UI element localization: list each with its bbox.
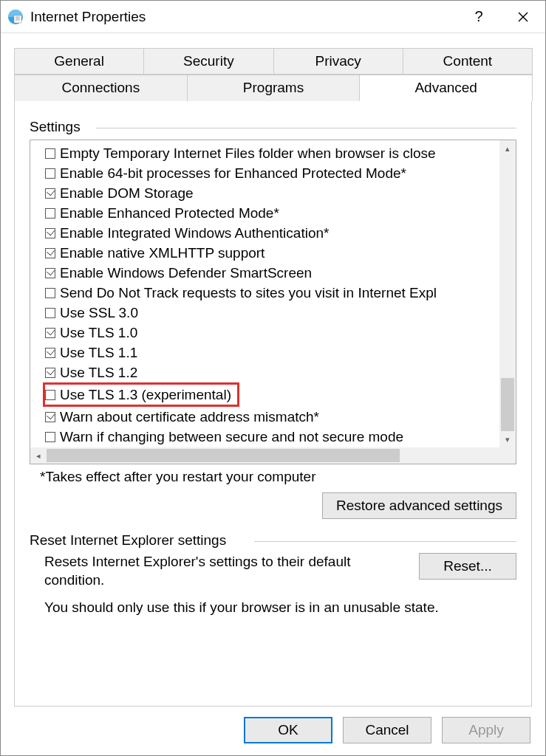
setting-label: Enable native XMLHTTP support (60, 243, 265, 263)
setting-item[interactable]: Warn if changing between secure and not … (45, 427, 516, 447)
setting-item[interactable]: Enable Integrated Windows Authentication… (45, 223, 516, 243)
reset-row: Resets Internet Explorer's settings to t… (30, 553, 516, 589)
reset-button[interactable]: Reset... (419, 553, 516, 580)
svg-rect-1 (14, 16, 21, 23)
setting-label: Enable 64-bit processes for Enhanced Pro… (60, 163, 406, 183)
reset-warning: You should only use this if your browser… (30, 599, 516, 616)
scroll-corner (499, 447, 516, 464)
setting-label: Warn if changing between secure and not … (60, 427, 403, 447)
setting-checkbox[interactable] (45, 168, 55, 179)
setting-checkbox[interactable] (45, 228, 55, 238)
setting-checkbox[interactable] (45, 148, 55, 159)
setting-label: Use TLS 1.0 (60, 323, 137, 343)
setting-checkbox[interactable] (45, 208, 55, 219)
tab-security[interactable]: Security (143, 48, 273, 75)
setting-label: Enable Windows Defender SmartScreen (60, 263, 312, 283)
setting-checkbox[interactable] (45, 390, 55, 400)
dialog-button-row: OK Cancel Apply (1, 707, 545, 755)
settings-items: Empty Temporary Internet Files folder wh… (30, 140, 516, 464)
setting-label: Enable Enhanced Protected Mode* (60, 203, 279, 223)
tab-programs[interactable]: Programs (187, 75, 361, 101)
setting-item[interactable]: Use TLS 1.3 (experimental) (43, 382, 239, 407)
tabs-row-2: Connections Programs Advanced (14, 75, 532, 101)
setting-label: Use TLS 1.2 (60, 362, 137, 382)
cancel-button[interactable]: Cancel (343, 717, 431, 743)
hscroll-track[interactable] (47, 447, 499, 464)
window-title: Internet Properties (30, 9, 457, 25)
setting-checkbox[interactable] (45, 188, 55, 199)
internet-properties-window: Internet Properties ? General Security P… (0, 0, 546, 756)
setting-label: Send Do Not Track requests to sites you … (60, 283, 437, 303)
settings-scroll-viewport: Empty Temporary Internet Files folder wh… (30, 140, 516, 464)
ok-button[interactable]: OK (244, 717, 332, 743)
reset-description: Resets Internet Explorer's settings to t… (30, 553, 407, 589)
vscroll-track[interactable] (499, 157, 516, 431)
tabs-row-1: General Security Privacy Content (14, 48, 532, 75)
setting-label: Enable DOM Storage (60, 183, 194, 203)
titlebar-controls: ? (457, 1, 545, 33)
setting-item[interactable]: Use SSL 3.0 (45, 303, 516, 323)
settings-label: Settings (30, 119, 86, 135)
tab-strip: General Security Privacy Content Connect… (14, 48, 532, 101)
setting-checkbox[interactable] (45, 268, 55, 278)
setting-label: Use TLS 1.1 (60, 343, 137, 362)
reset-label: Reset Internet Explorer settings (30, 532, 232, 549)
tab-privacy[interactable]: Privacy (273, 48, 403, 75)
advanced-panel: Settings Empty Temporary Internet Files … (14, 101, 532, 707)
restart-note: *Takes effect after you restart your com… (40, 469, 516, 485)
restore-advanced-button[interactable]: Restore advanced settings (322, 492, 516, 519)
tab-general[interactable]: General (14, 48, 144, 75)
setting-item[interactable]: Enable Enhanced Protected Mode* (45, 203, 516, 223)
setting-checkbox[interactable] (45, 308, 55, 318)
setting-item[interactable]: Use TLS 1.2 (45, 362, 516, 382)
setting-checkbox[interactable] (45, 288, 55, 298)
vscroll-thumb[interactable] (501, 378, 514, 431)
setting-item[interactable]: Enable native XMLHTTP support (45, 243, 516, 263)
setting-checkbox[interactable] (45, 348, 55, 358)
titlebar: Internet Properties ? (1, 1, 545, 33)
scroll-left-arrow-icon[interactable]: ◂ (30, 447, 47, 464)
setting-label: Warn about certificate address mismatch* (60, 407, 319, 427)
divider (96, 128, 516, 128)
divider (254, 541, 516, 542)
help-button[interactable]: ? (457, 1, 501, 33)
setting-checkbox[interactable] (45, 368, 55, 378)
vertical-scrollbar[interactable]: ▴ ▾ (499, 140, 516, 447)
scroll-down-arrow-icon[interactable]: ▾ (499, 431, 516, 447)
setting-item[interactable]: Use TLS 1.1 (45, 343, 516, 362)
setting-checkbox[interactable] (45, 248, 55, 258)
setting-label: Empty Temporary Internet Files folder wh… (60, 143, 436, 163)
scroll-up-arrow-icon[interactable]: ▴ (499, 140, 516, 157)
settings-fieldset: Settings Empty Temporary Internet Files … (30, 119, 516, 519)
setting-item[interactable]: Warn about certificate address mismatch* (45, 407, 516, 427)
dialog-content: General Security Privacy Content Connect… (1, 33, 545, 707)
setting-checkbox[interactable] (45, 412, 55, 422)
setting-item[interactable]: Enable Windows Defender SmartScreen (45, 263, 516, 283)
setting-item[interactable]: Send Do Not Track requests to sites you … (45, 283, 516, 303)
tab-content[interactable]: Content (403, 48, 533, 75)
apply-button[interactable]: Apply (442, 717, 530, 743)
reset-fieldset: Reset Internet Explorer settings Resets … (30, 532, 516, 616)
setting-item[interactable]: Empty Temporary Internet Files folder wh… (45, 143, 516, 163)
setting-item[interactable]: Enable DOM Storage (45, 183, 516, 203)
close-button[interactable] (501, 1, 545, 33)
setting-checkbox[interactable] (45, 328, 55, 338)
setting-checkbox[interactable] (45, 432, 55, 442)
internet-options-icon (7, 8, 24, 26)
setting-label: Enable Integrated Windows Authentication… (60, 223, 329, 243)
setting-label: Use SSL 3.0 (60, 303, 138, 323)
tab-connections[interactable]: Connections (14, 75, 188, 101)
setting-item[interactable]: Enable 64-bit processes for Enhanced Pro… (45, 163, 516, 183)
setting-item[interactable]: Use TLS 1.0 (45, 323, 516, 343)
horizontal-scrollbar[interactable]: ◂ ▸ (30, 447, 516, 464)
settings-listbox[interactable]: Empty Temporary Internet Files folder wh… (30, 140, 516, 464)
setting-label: Use TLS 1.3 (experimental) (60, 385, 231, 405)
tab-advanced[interactable]: Advanced (359, 75, 533, 101)
restore-row: Restore advanced settings (30, 492, 516, 519)
hscroll-thumb[interactable] (47, 449, 400, 462)
